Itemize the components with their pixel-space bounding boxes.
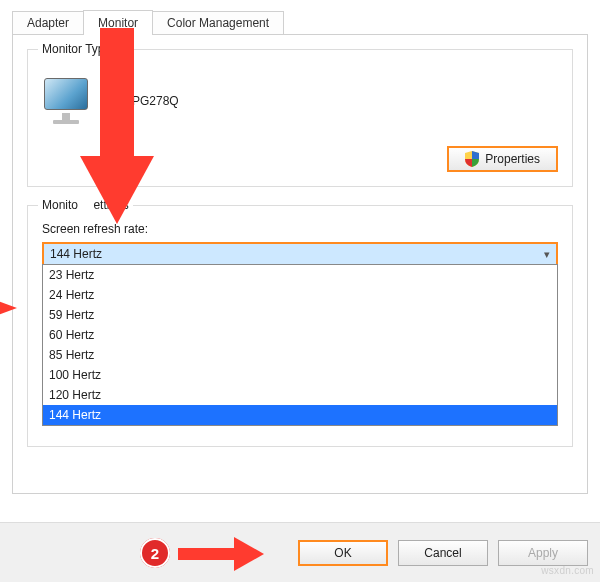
refresh-rate-option[interactable]: 59 Hertz	[43, 305, 557, 325]
annotation-step-2-badge: 2	[140, 538, 170, 568]
uac-shield-icon	[465, 151, 479, 167]
refresh-rate-option[interactable]: 23 Hertz	[43, 265, 557, 285]
chevron-down-icon: ▾	[544, 248, 550, 261]
ok-button[interactable]: OK	[298, 540, 388, 566]
svg-marker-4	[234, 537, 264, 571]
annotation-pointer-left	[0, 297, 17, 322]
properties-button[interactable]: Properties	[447, 146, 558, 172]
refresh-rate-dropdown-list: 23 Hertz24 Hertz59 Hertz60 Hertz85 Hertz…	[42, 264, 558, 426]
tab-monitor[interactable]: Monitor	[83, 10, 153, 35]
svg-marker-0	[0, 297, 17, 319]
tab-strip: Adapter Monitor Color Management	[12, 8, 588, 34]
monitor-tab-pane: Monitor Type SUS PG278Q	[12, 34, 588, 494]
refresh-rate-label: Screen refresh rate:	[42, 222, 558, 236]
monitor-settings-legend: Monitor Settings	[38, 198, 133, 212]
refresh-rate-option[interactable]: 60 Hertz	[43, 325, 557, 345]
refresh-rate-option[interactable]: 24 Hertz	[43, 285, 557, 305]
refresh-rate-option[interactable]: 100 Hertz	[43, 365, 557, 385]
refresh-rate-combobox[interactable]: 144 Hertz ▾ 23 Hertz24 Hertz59 Hertz60 H…	[42, 242, 558, 266]
dialog-button-bar: 2 OK Cancel Apply wsxdn.com	[0, 522, 600, 582]
tab-color-management[interactable]: Color Management	[152, 11, 284, 34]
refresh-rate-option[interactable]: 120 Hertz	[43, 385, 557, 405]
monitor-name-label: SUS PG278Q	[104, 94, 179, 108]
tab-adapter[interactable]: Adapter	[12, 11, 84, 34]
refresh-rate-selected-value: 144 Hertz	[50, 247, 102, 261]
monitor-type-group: Monitor Type SUS PG278Q	[27, 49, 573, 187]
annotation-arrow-right	[178, 537, 264, 574]
watermark-text: wsxdn.com	[541, 565, 594, 576]
refresh-rate-option[interactable]: 144 Hertz	[43, 405, 557, 425]
apply-button: Apply	[498, 540, 588, 566]
refresh-rate-option[interactable]: 85 Hertz	[43, 345, 557, 365]
monitor-icon	[42, 78, 90, 124]
properties-button-label: Properties	[485, 152, 540, 166]
monitor-type-legend: Monitor Type	[38, 42, 115, 56]
cancel-button[interactable]: Cancel	[398, 540, 488, 566]
monitor-settings-group: Monitor Settings Screen refresh rate: 14…	[27, 205, 573, 447]
svg-rect-3	[178, 548, 234, 560]
